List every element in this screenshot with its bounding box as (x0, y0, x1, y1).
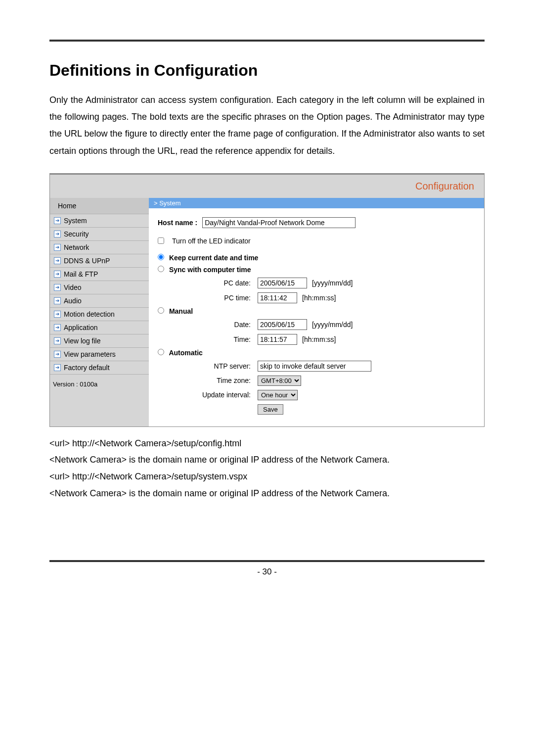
page-number: - 30 - (257, 567, 277, 576)
configuration-panel: Configuration Home ➔System ➔Security ➔Ne… (49, 173, 485, 427)
sidebar-item-audio[interactable]: ➔Audio (50, 294, 149, 308)
arrow-right-icon: ➔ (54, 257, 61, 264)
arrow-right-icon: ➔ (54, 231, 61, 237)
manual-date-hint: [yyyy/mm/dd] (312, 321, 353, 329)
sidebar-item-label: Video (64, 284, 82, 291)
manual-time-input[interactable] (258, 334, 297, 345)
manual-time-hint: [hh:mm:ss] (302, 335, 336, 343)
sync-computer-label: Sync with computer time (169, 266, 251, 274)
arrow-right-icon: ➔ (54, 217, 61, 224)
sidebar-item-view-log-file[interactable]: ➔View log file (50, 334, 149, 348)
led-checkbox-label: Turn off the LED indicator (172, 237, 251, 245)
pc-time-input[interactable] (258, 292, 297, 303)
url-line-2: <url> http://<Network Camera>/setup/syst… (49, 469, 485, 484)
sidebar: Home ➔System ➔Security ➔Network ➔DDNS & … (50, 198, 149, 426)
top-rule (49, 40, 485, 42)
automatic-label: Automatic (169, 349, 202, 357)
sidebar-item-label: Network (64, 243, 89, 251)
manual-time-label: Time: (192, 335, 251, 343)
arrow-right-icon: ➔ (54, 337, 61, 344)
pc-time-hint: [hh:mm:ss] (302, 294, 336, 302)
sidebar-item-label: Application (64, 324, 98, 331)
configuration-body: Home ➔System ➔Security ➔Network ➔DDNS & … (50, 198, 484, 426)
sidebar-item-label: DDNS & UPnP (64, 257, 110, 265)
sidebar-item-factory-default[interactable]: ➔Factory default (50, 361, 149, 375)
sidebar-item-label: System (64, 217, 87, 225)
arrow-right-icon: ➔ (54, 271, 61, 278)
arrow-right-icon: ➔ (54, 284, 61, 291)
arrow-right-icon: ➔ (54, 297, 61, 304)
sidebar-item-view-parameters[interactable]: ➔View parameters (50, 348, 149, 361)
ntp-server-label: NTP server: (192, 362, 251, 370)
save-button[interactable]: Save (258, 404, 283, 415)
update-interval-select[interactable]: One hour (258, 390, 298, 400)
sidebar-item-system[interactable]: ➔System (50, 214, 149, 228)
host-name-input[interactable] (202, 217, 356, 228)
sidebar-item-label: Motion detection (64, 310, 115, 318)
sidebar-item-network[interactable]: ➔Network (50, 241, 149, 254)
arrow-right-icon: ➔ (54, 364, 61, 371)
url-line-1: <url> http://<Network Camera>/setup/conf… (49, 436, 485, 451)
manual-label: Manual (169, 307, 193, 315)
update-interval-label: Update interval: (192, 391, 251, 399)
version-label: Version : 0100a (50, 375, 149, 394)
arrow-right-icon: ➔ (54, 324, 61, 331)
arrow-right-icon: ➔ (54, 244, 61, 251)
host-name-label: Host name : (158, 219, 197, 227)
keep-current-label: Keep current date and time (169, 254, 259, 262)
manual-date-label: Date: (192, 321, 251, 329)
time-zone-label: Time zone: (192, 377, 251, 384)
keep-current-radio[interactable] (158, 254, 164, 260)
pc-date-label: PC date: (192, 279, 251, 287)
url-desc-1: <Network Camera> is the domain name or o… (49, 452, 485, 468)
sidebar-item-security[interactable]: ➔Security (50, 228, 149, 241)
arrow-right-icon: ➔ (54, 351, 61, 358)
url-desc-2: <Network Camera> is the domain name or o… (49, 486, 485, 501)
sidebar-item-mail-ftp[interactable]: ➔Mail & FTP (50, 268, 149, 281)
sidebar-item-label: Mail & FTP (64, 270, 98, 278)
sidebar-item-video[interactable]: ➔Video (50, 281, 149, 294)
time-zone-select[interactable]: GMT+8:00 (258, 376, 301, 386)
breadcrumb: > System (149, 198, 484, 208)
manual-radio[interactable] (158, 307, 164, 314)
pc-time-label: PC time: (192, 294, 251, 302)
page-title: Definitions in Configuration (49, 61, 485, 80)
pc-date-hint: [yyyy/mm/dd] (312, 279, 353, 287)
sidebar-item-label: Security (64, 230, 89, 238)
system-form: Host name : Turn off the LED indicator K… (149, 208, 484, 426)
pc-date-input[interactable] (258, 278, 307, 288)
sidebar-item-ddns-upnp[interactable]: ➔DDNS & UPnP (50, 254, 149, 268)
sidebar-home[interactable]: Home (50, 198, 149, 214)
led-checkbox[interactable] (158, 237, 164, 244)
manual-date-input[interactable] (258, 319, 307, 330)
main-area: > System Host name : Turn off the LED in… (149, 198, 484, 426)
ntp-server-input[interactable] (258, 361, 371, 372)
automatic-radio[interactable] (158, 349, 164, 355)
intro-paragraph: Only the Administrator can access system… (49, 92, 485, 159)
sidebar-item-motion-detection[interactable]: ➔Motion detection (50, 308, 149, 321)
arrow-right-icon: ➔ (54, 311, 61, 318)
sidebar-item-label: Audio (64, 297, 82, 305)
sidebar-item-label: View log file (64, 337, 100, 345)
sidebar-item-application[interactable]: ➔Application (50, 321, 149, 334)
sidebar-item-label: View parameters (64, 350, 116, 358)
page-footer: - 30 - (49, 560, 485, 577)
configuration-header-label: Configuration (50, 175, 484, 198)
sidebar-item-label: Factory default (64, 364, 110, 372)
sync-computer-radio[interactable] (158, 266, 164, 272)
